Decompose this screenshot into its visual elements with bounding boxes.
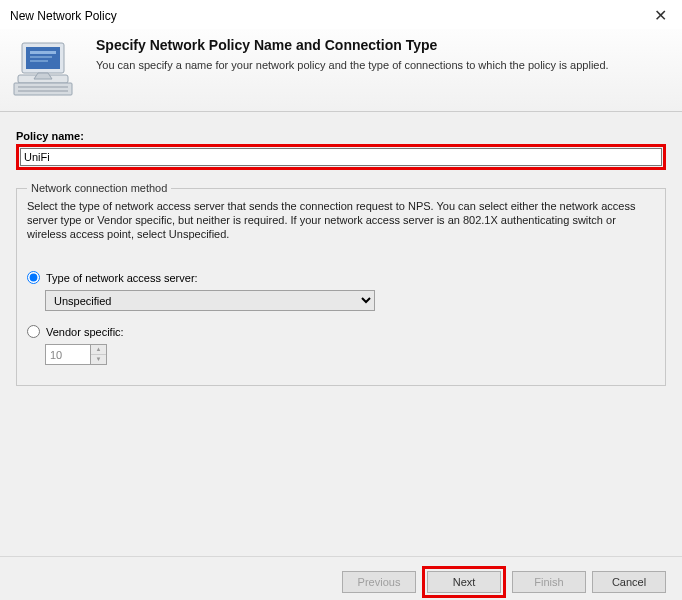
wizard-footer: Previous Next Finish Cancel — [0, 556, 682, 600]
radio-nas-type[interactable] — [27, 271, 40, 284]
radio-nas-type-label: Type of network access server: — [46, 272, 198, 284]
cancel-button[interactable]: Cancel — [592, 571, 666, 593]
svg-marker-6 — [34, 73, 52, 79]
svg-rect-3 — [30, 56, 52, 58]
radio-vendor-label: Vendor specific: — [46, 326, 124, 338]
policy-name-input[interactable] — [20, 148, 662, 166]
wizard-body: Policy name: Network connection method S… — [0, 112, 682, 556]
spin-up-icon: ▲ — [91, 345, 106, 355]
header-icon — [10, 37, 80, 97]
vendor-id-spinner: ▲ ▼ — [45, 344, 655, 365]
connection-method-group: Network connection method Select the typ… — [16, 182, 666, 386]
svg-rect-4 — [30, 60, 48, 62]
previous-button: Previous — [342, 571, 416, 593]
titlebar: New Network Policy ✕ — [0, 0, 682, 29]
radio-vendor-specific[interactable] — [27, 325, 40, 338]
page-heading: Specify Network Policy Name and Connecti… — [96, 37, 609, 53]
group-legend: Network connection method — [27, 182, 171, 194]
next-button[interactable]: Next — [427, 571, 501, 593]
close-icon[interactable]: ✕ — [648, 6, 672, 25]
spin-down-icon: ▼ — [91, 355, 106, 364]
nas-type-select[interactable]: Unspecified — [45, 290, 375, 311]
policy-name-highlight — [16, 144, 666, 170]
next-button-highlight: Next — [422, 566, 506, 598]
window-title: New Network Policy — [10, 9, 117, 23]
policy-name-label: Policy name: — [16, 130, 666, 142]
radio-type-row[interactable]: Type of network access server: — [27, 271, 655, 284]
page-subheading: You can specify a name for your network … — [96, 59, 609, 71]
group-description: Select the type of network access server… — [27, 200, 655, 241]
spin-buttons: ▲ ▼ — [91, 344, 107, 365]
header-text: Specify Network Policy Name and Connecti… — [96, 37, 609, 97]
svg-rect-2 — [30, 51, 56, 54]
svg-rect-8 — [18, 86, 68, 88]
radio-vendor-row[interactable]: Vendor specific: — [27, 325, 655, 338]
svg-rect-7 — [14, 83, 72, 95]
svg-rect-9 — [18, 90, 68, 92]
vendor-id-input — [45, 344, 91, 365]
wizard-header: Specify Network Policy Name and Connecti… — [0, 29, 682, 112]
finish-button: Finish — [512, 571, 586, 593]
